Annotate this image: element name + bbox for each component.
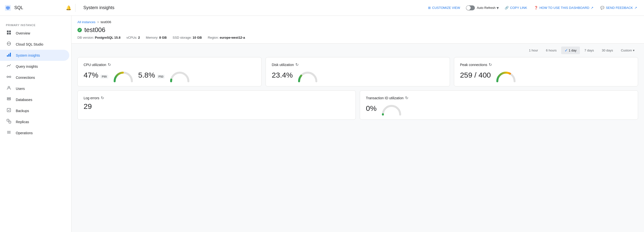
main-layout: Primary instance Overview Cloud SQL Stud… bbox=[0, 16, 644, 232]
svg-rect-16 bbox=[7, 108, 10, 112]
page-title: System insights bbox=[78, 5, 423, 10]
cpu-p99-gauge bbox=[112, 69, 134, 81]
time-6hours-button[interactable]: 6 hours bbox=[542, 47, 560, 54]
meta-memory: Memory: 8 GB bbox=[146, 36, 167, 39]
all-instances-link[interactable]: All instances bbox=[78, 20, 96, 24]
external-link-icon-2: ↗ bbox=[634, 6, 637, 9]
sidebar-item-label: Cloud SQL Studio bbox=[16, 42, 44, 46]
breadcrumb: All instances › test006 bbox=[78, 20, 638, 24]
metrics-area: CPU utilization ↻ 47% P99 bbox=[72, 57, 644, 126]
meta-db-version: DB version: PostgreSQL 15.8 bbox=[78, 36, 120, 39]
log-errors-card: Log errors ↻ 29 bbox=[78, 90, 356, 120]
instance-title-area: ✓ test006 bbox=[78, 26, 638, 34]
cpu-utilization-card: CPU utilization ↻ 47% P99 bbox=[78, 57, 262, 86]
time-7days-button[interactable]: 7 days bbox=[581, 47, 597, 54]
p99-badge: P99 bbox=[100, 75, 108, 79]
connections-icon bbox=[6, 74, 12, 80]
cpu-refresh-icon[interactable]: ↻ bbox=[108, 62, 111, 67]
feedback-icon: 💬 bbox=[600, 6, 604, 9]
sidebar-item-query-insights[interactable]: Query insights bbox=[0, 61, 69, 72]
send-feedback-button[interactable]: 💬 SEND FEEDBACK ↗ bbox=[598, 4, 640, 11]
operations-icon bbox=[6, 130, 12, 136]
transaction-id-title: Transaction ID utilization ↻ bbox=[366, 96, 632, 100]
notification-icon[interactable]: 🔔 bbox=[66, 5, 71, 10]
cpu-p50-value-area: 5.8% P50 bbox=[138, 71, 165, 79]
sidebar-item-connections[interactable]: Connections bbox=[0, 72, 69, 83]
sidebar-item-label: Users bbox=[16, 87, 25, 91]
svg-rect-8 bbox=[8, 54, 9, 57]
meta-vcpus: vCPUs: 2 bbox=[126, 36, 140, 39]
svg-point-11 bbox=[9, 76, 11, 78]
instance-name: test006 bbox=[84, 26, 105, 34]
content-header: All instances › test006 ✓ test006 DB ver… bbox=[72, 16, 644, 44]
external-link-icon: ↗ bbox=[591, 6, 594, 9]
sidebar-item-databases[interactable]: Databases bbox=[0, 94, 69, 105]
metrics-row-1: CPU utilization ↻ 47% P99 bbox=[78, 57, 638, 86]
time-1day-button[interactable]: ✓ 1 day bbox=[561, 46, 580, 54]
sidebar-item-label: Connections bbox=[16, 76, 35, 80]
sidebar-item-overview[interactable]: Overview bbox=[0, 27, 69, 39]
log-errors-value-area: 29 bbox=[84, 102, 350, 111]
sidebar-item-replicas[interactable]: Replicas bbox=[0, 116, 69, 127]
log-errors-title: Log errors ↻ bbox=[84, 96, 350, 100]
sidebar-item-label: Operations bbox=[16, 131, 32, 135]
users-icon bbox=[6, 85, 12, 92]
sidebar-item-operations[interactable]: Operations bbox=[0, 127, 69, 138]
chevron-down-icon: ▾ bbox=[496, 5, 499, 10]
svg-point-10 bbox=[7, 76, 8, 78]
auto-refresh-toggle-area: Auto Refresh ▾ bbox=[466, 5, 499, 10]
app-name: SQL bbox=[14, 5, 23, 10]
time-range-bar: 1 hour 6 hours ✓ 1 day 7 days 30 days Cu… bbox=[72, 44, 644, 57]
how-to-button[interactable]: ❓ HOW TO USE THIS DASHBOARD ↗ bbox=[531, 4, 596, 11]
svg-rect-18 bbox=[9, 121, 11, 123]
sidebar-item-label: Backups bbox=[16, 109, 29, 113]
overview-icon bbox=[6, 30, 12, 36]
disk-gauge-area: 23.4% bbox=[272, 69, 444, 81]
top-nav-actions: ⊞ CUSTOMIZE VIEW Auto Refresh ▾ 🔗 COPY L… bbox=[425, 4, 640, 11]
chevron-down-icon: ▾ bbox=[633, 48, 635, 52]
breadcrumb-separator: › bbox=[98, 20, 98, 24]
sidebar-item-system-insights[interactable]: System insights bbox=[0, 50, 69, 61]
toggle-knob bbox=[466, 6, 471, 10]
transaction-id-refresh-icon[interactable]: ↻ bbox=[405, 96, 408, 100]
query-insights-icon bbox=[6, 63, 12, 69]
log-errors-refresh-icon[interactable]: ↻ bbox=[101, 96, 104, 100]
p50-badge: P50 bbox=[157, 75, 165, 79]
peak-connections-card: Peak connections ↻ 259 / 400 bbox=[454, 57, 638, 86]
databases-icon bbox=[6, 97, 12, 103]
sidebar-item-cloud-sql-studio[interactable]: Cloud SQL Studio bbox=[0, 39, 69, 50]
sql-logo-icon bbox=[4, 4, 12, 12]
svg-rect-4 bbox=[9, 33, 11, 34]
cloud-sql-studio-icon bbox=[6, 41, 12, 47]
sidebar-item-label: System insights bbox=[16, 53, 40, 57]
copy-link-button[interactable]: 🔗 COPY LINK bbox=[502, 4, 530, 11]
transaction-id-card: Transaction ID utilization ↻ 0% bbox=[360, 90, 638, 120]
disk-utilization-card: Disk utilization ↻ 23.4% bbox=[266, 57, 450, 86]
sidebar-item-label: Databases bbox=[16, 98, 32, 102]
top-navigation: SQL 🔔 System insights ⊞ CUSTOMIZE VIEW A… bbox=[0, 0, 644, 16]
customize-view-button[interactable]: ⊞ CUSTOMIZE VIEW bbox=[425, 4, 463, 11]
svg-rect-14 bbox=[7, 98, 10, 98]
auto-refresh-dropdown[interactable]: Auto Refresh ▾ bbox=[477, 5, 499, 10]
sidebar-item-users[interactable]: Users bbox=[0, 83, 69, 94]
sidebar-item-backups[interactable]: Backups bbox=[0, 105, 69, 116]
peak-connections-refresh-icon[interactable]: ↻ bbox=[489, 62, 492, 67]
customize-icon: ⊞ bbox=[428, 6, 431, 9]
active-check-icon: ✓ bbox=[564, 48, 568, 53]
cpu-card-title: CPU utilization ↻ bbox=[84, 62, 256, 67]
sidebar-item-label: Query insights bbox=[16, 64, 38, 68]
sidebar-item-label: Overview bbox=[16, 31, 30, 35]
disk-gauge bbox=[296, 69, 319, 81]
sidebar-item-label: Replicas bbox=[16, 120, 29, 124]
backups-icon bbox=[6, 108, 12, 114]
time-30days-button[interactable]: 30 days bbox=[598, 47, 617, 54]
peak-connections-card-title: Peak connections ↻ bbox=[460, 62, 632, 67]
status-check-icon: ✓ bbox=[78, 28, 81, 32]
disk-refresh-icon[interactable]: ↻ bbox=[295, 62, 298, 67]
time-1hour-button[interactable]: 1 hour bbox=[526, 47, 542, 54]
svg-rect-1 bbox=[7, 30, 9, 32]
time-custom-button[interactable]: Custom ▾ bbox=[617, 47, 638, 54]
transaction-id-gauge-area: 0% bbox=[366, 102, 632, 115]
auto-refresh-toggle[interactable] bbox=[466, 5, 475, 10]
svg-rect-9 bbox=[10, 53, 11, 57]
